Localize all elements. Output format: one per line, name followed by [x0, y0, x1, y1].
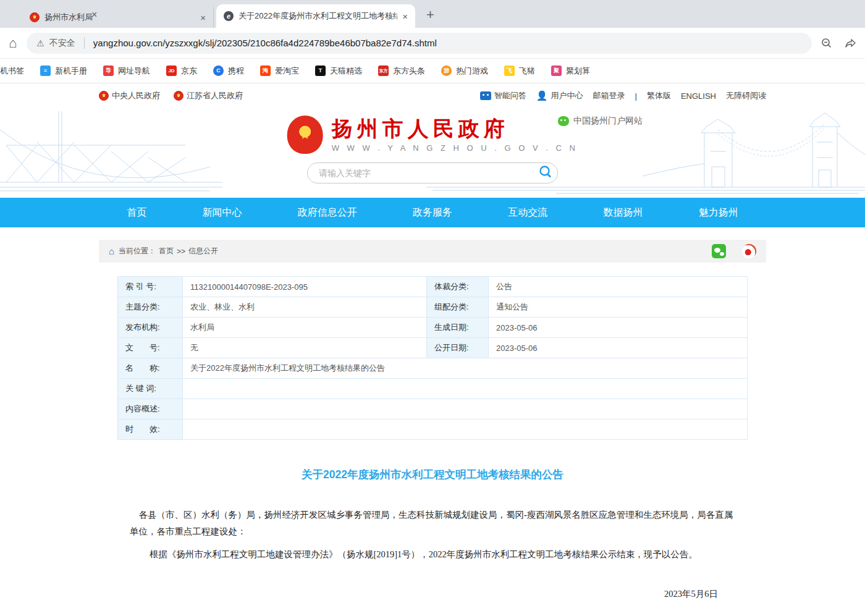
user-center-link[interactable]: 👤 用户中心 — [536, 90, 583, 101]
close-icon[interactable]: × — [91, 9, 97, 20]
juhuasuan-bookmark-icon: 聚 — [551, 65, 562, 76]
bookmark-item[interactable]: 机书签 — [0, 65, 24, 77]
divider: | — [635, 91, 637, 101]
search-input[interactable] — [318, 167, 538, 179]
address-bar[interactable]: ⚠ 不安全 yangzhou.gov.cn/yzszxxgk/slj/20230… — [27, 33, 812, 54]
meta-value: 无 — [183, 338, 427, 358]
bookmark-item[interactable]: ≡ 新机手册 — [40, 65, 87, 77]
tmall-bookmark-icon: T — [315, 65, 326, 76]
meta-value: 2023-05-06 — [489, 338, 748, 358]
gov-emblem-icon: ★ — [99, 91, 109, 101]
nav-item-home[interactable]: 首页 — [127, 206, 146, 219]
search-icon[interactable] — [538, 164, 554, 182]
divider — [84, 38, 85, 49]
robot-icon — [480, 91, 491, 100]
table-row: 时 效: — [118, 420, 748, 440]
meta-label: 发布机构: — [118, 318, 183, 338]
tab-title: 扬州市水利局 — [44, 12, 195, 23]
browser-tab-active-notice[interactable]: e 关于2022年度扬州市水利工程文明工地考核结果的公告 × — [216, 4, 415, 28]
meta-value: 农业、林业、水利 — [183, 297, 427, 318]
close-icon[interactable]: × — [402, 11, 408, 22]
table-row: 内容概述: — [118, 399, 748, 420]
site-top-strip: ★ 中央人民政府 ★ 江苏省人民政府 智能问答 👤 用户中心 邮箱登录 | 繁体… — [0, 83, 865, 108]
site-banner: ★ 扬州市人民政府 W W W . Y A N G Z H O U . G O … — [0, 108, 865, 198]
table-row: 文 号: 无 公开日期: 2023-05-06 — [118, 338, 748, 358]
bookmark-item[interactable]: 导 网址导航 — [103, 65, 150, 77]
nav-item-news[interactable]: 新闻中心 — [202, 206, 242, 219]
bookmark-item[interactable]: JD 京东 — [166, 65, 197, 77]
table-row: 主题分类: 农业、林业、水利 组配分类: 通知公告 — [118, 297, 748, 318]
bookmark-item[interactable]: 淘 爱淘宝 — [260, 65, 299, 77]
home-icon[interactable]: ⌂ — [9, 35, 17, 51]
bookmark-label: 聚划算 — [566, 65, 590, 77]
meta-label: 名 称: — [118, 358, 183, 379]
meta-value — [183, 420, 748, 440]
utility-label: 智能问答 — [494, 90, 526, 101]
table-row: 发布机构: 水利局 生成日期: 2023-05-06 — [118, 318, 748, 338]
document-meta-table: 索 引 号: 11321000014407098E-2023-095 体裁分类:… — [117, 276, 748, 440]
article-date: 2023年5月6日 — [130, 588, 735, 600]
person-icon: 👤 — [536, 90, 548, 101]
breadcrumb-label: 当前位置： — [119, 246, 156, 256]
manual-bookmark-icon: ≡ — [40, 65, 51, 76]
traditional-chinese-link[interactable]: 繁体版 — [647, 90, 671, 101]
bookmark-label: 东方头条 — [393, 65, 425, 77]
home-icon: ⌂ — [109, 246, 114, 256]
zoom-out-icon[interactable] — [821, 37, 833, 49]
nav-item-data[interactable]: 数据扬州 — [604, 206, 643, 219]
browser-tab-bar: × ★ 扬州市水利局 × e 关于2022年度扬州市水利工程文明工地考核结果的公… — [0, 0, 865, 28]
link-central-gov[interactable]: ★ 中央人民政府 — [99, 90, 160, 101]
close-icon[interactable]: × — [200, 12, 206, 23]
breadcrumb-home-link[interactable]: 首页 — [159, 246, 174, 256]
meta-label: 时 效: — [118, 420, 183, 440]
bookmark-item[interactable]: 聚 聚划算 — [551, 65, 590, 77]
new-tab-button[interactable]: + — [426, 8, 434, 22]
table-row: 索 引 号: 11321000014407098E-2023-095 体裁分类:… — [118, 277, 748, 297]
portal-wechat-link[interactable]: 中国扬州门户网站 — [558, 116, 643, 127]
not-secure-label: 不安全 — [49, 38, 75, 49]
wechat-icon — [558, 116, 569, 126]
link-jiangsu-gov[interactable]: ★ 江苏省人民政府 — [174, 90, 243, 101]
url-text[interactable]: yangzhou.gov.cn/yzszxxgk/slj/202305/210c… — [93, 38, 437, 48]
meta-value: 2023-05-06 — [489, 318, 748, 338]
english-link[interactable]: ENGLISH — [681, 91, 716, 101]
table-row: 关 键 词: — [118, 379, 748, 399]
toutiao-bookmark-icon: 东方 — [378, 65, 389, 76]
bookmark-item[interactable]: 飞 飞猪 — [504, 65, 535, 77]
accessibility-link[interactable]: 无障碍阅读 — [726, 90, 766, 101]
bookmark-label: 网址导航 — [118, 65, 150, 77]
bookmark-item[interactable]: 东方 东方头条 — [378, 65, 425, 77]
mail-login-link[interactable]: 邮箱登录 — [593, 90, 625, 101]
main-navigation: 首页 新闻中心 政府信息公开 政务服务 互动交流 数据扬州 魅力扬州 — [0, 198, 865, 227]
meta-label: 索 引 号: — [118, 277, 183, 297]
browser-tab-shuiliju[interactable]: ★ 扬州市水利局 × — [22, 7, 214, 28]
bookmark-label: 飞猪 — [519, 65, 535, 77]
article-title: 关于2022年度扬州市水利工程文明工地考核结果的公告 — [130, 467, 735, 482]
meta-label: 组配分类: — [427, 297, 489, 318]
wechat-share-icon[interactable] — [712, 244, 726, 258]
meta-value: 11321000014407098E-2023-095 — [183, 277, 427, 297]
bookmark-label: 机书签 — [0, 65, 24, 77]
bookmark-label: 热门游戏 — [456, 65, 488, 77]
bookmark-item[interactable]: T 天猫精选 — [315, 65, 362, 77]
share-icon[interactable] — [844, 37, 856, 49]
breadcrumb-current-link[interactable]: 信息公开 — [188, 246, 218, 256]
smart-qa-link[interactable]: 智能问答 — [480, 90, 526, 101]
breadcrumb-separator: >> — [177, 247, 185, 256]
meta-value: 公告 — [489, 277, 748, 297]
jd-bookmark-icon: JD — [166, 65, 177, 76]
article: 关于2022年度扬州市水利工程文明工地考核结果的公告 各县（市、区）水利（务）局… — [99, 467, 766, 616]
not-secure-warning-icon[interactable]: ⚠ — [36, 38, 44, 48]
nav-item-interaction[interactable]: 互动交流 — [508, 206, 547, 219]
weibo-share-icon[interactable] — [742, 244, 756, 258]
nav-item-info-disclosure[interactable]: 政府信息公开 — [298, 206, 357, 219]
games-bookmark-icon: 游 — [441, 65, 452, 76]
bookmark-item[interactable]: 游 热门游戏 — [441, 65, 488, 77]
nav-item-charm[interactable]: 魅力扬州 — [699, 206, 738, 219]
nav-item-services[interactable]: 政务服务 — [413, 206, 452, 219]
tab-title: 关于2022年度扬州市水利工程文明工地考核结果的公告 — [238, 11, 397, 22]
bookmark-item[interactable]: C 携程 — [213, 65, 244, 77]
meta-label: 文 号: — [118, 338, 183, 358]
site-logo[interactable]: ★ 扬州市人民政府 W W W . Y A N G Z H O U . G O … — [287, 116, 578, 154]
utility-label: 用户中心 — [551, 90, 583, 101]
